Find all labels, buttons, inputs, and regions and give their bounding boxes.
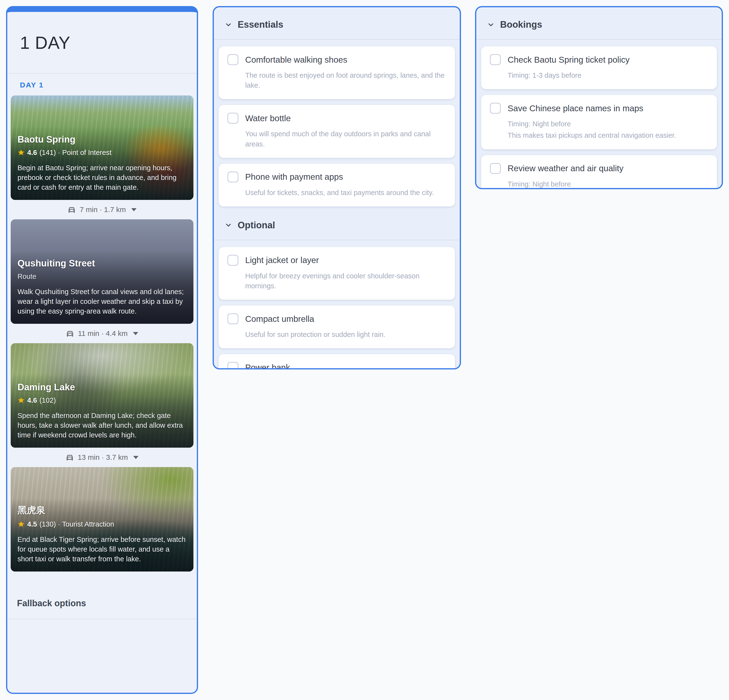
- section-header-bookings[interactable]: Bookings: [476, 7, 722, 39]
- transit-row[interactable]: 11 min · 4.4 km: [11, 324, 193, 343]
- caret-down-icon: [133, 332, 138, 335]
- booking-timing: Timing: Night before: [508, 179, 708, 189]
- booking-item-title: Check Baotu Spring ticket policy: [508, 55, 630, 65]
- rating-meta: (130) · Tourist Attraction: [39, 520, 114, 528]
- stop-description: Walk Qushuiting Street for canal views a…: [17, 287, 187, 316]
- booking-timing: Timing: 1-3 days before: [508, 70, 708, 80]
- rating-meta: (141) · Point of Interest: [39, 149, 112, 157]
- section-title: Bookings: [500, 19, 542, 30]
- stop-name: 黑虎泉: [17, 504, 187, 516]
- transit-row[interactable]: 13 min · 3.7 km: [11, 448, 193, 467]
- bookings-panel: Bookings Check Baotu Spring ticket polic…: [475, 6, 723, 189]
- car-icon: [65, 453, 74, 461]
- rating-meta: (102): [39, 396, 56, 404]
- checkbox[interactable]: [228, 113, 238, 124]
- checklist-item-title: Water bottle: [245, 113, 290, 123]
- checklist-item-description: You will spend much of the day outdoors …: [245, 129, 446, 149]
- car-icon: [68, 206, 76, 214]
- stop-overlay: 黑虎泉 4.5 (130) · Tourist Attraction End a…: [11, 467, 193, 571]
- checklist-item-title: Compact umbrella: [245, 314, 314, 324]
- checkbox[interactable]: [490, 103, 501, 114]
- transit-text: 11 min · 4.4 km: [78, 329, 128, 338]
- essentials-list: Comfortable walking shoes The route is b…: [214, 39, 460, 213]
- stop-overlay: Qushuiting Street Route Walk Qushuiting …: [11, 219, 193, 324]
- checklist-item-title: Light jacket or layer: [245, 255, 319, 265]
- checklist-item-title: Phone with payment apps: [245, 172, 343, 182]
- stop-subtitle: Route: [17, 272, 187, 281]
- checkbox[interactable]: [228, 54, 238, 65]
- stop-card-black-tiger-spring[interactable]: 黑虎泉 4.5 (130) · Tourist Attraction End a…: [11, 467, 193, 571]
- caret-down-icon: [131, 208, 137, 211]
- checklist-item: Light jacket or layer Helpful for breezy…: [219, 247, 455, 300]
- checkbox[interactable]: [490, 163, 501, 174]
- checklist-item-title: Comfortable walking shoes: [245, 55, 347, 65]
- divider: [7, 619, 197, 619]
- booking-item-title: Save Chinese place names in maps: [508, 103, 643, 113]
- stop-card-baotu-spring[interactable]: Baotu Spring 4.6 (141) · Point of Intere…: [11, 96, 193, 200]
- booking-item-title: Review weather and air quality: [508, 164, 623, 173]
- fallback-options-heading: Fallback options: [7, 598, 197, 619]
- stop-card-daming-lake[interactable]: Daming Lake 4.6 (102) Spend the afternoo…: [11, 343, 193, 448]
- stop-rating-row: 4.5 (130) · Tourist Attraction: [17, 520, 187, 528]
- itinerary-panel: 1 DAY DAY 1 Baotu Spring 4.6 (141) · Poi…: [6, 6, 198, 694]
- section-header-essentials[interactable]: Essentials: [214, 7, 460, 39]
- transit-text: 13 min · 3.7 km: [78, 453, 128, 461]
- checkbox[interactable]: [228, 171, 238, 183]
- stop-card-qushuiting-street[interactable]: Qushuiting Street Route Walk Qushuiting …: [11, 219, 193, 324]
- section-header-optional[interactable]: Optional: [214, 213, 460, 240]
- rating-value: 4.6: [27, 149, 37, 157]
- booking-item: Review weather and air quality Timing: N…: [481, 155, 717, 189]
- star-icon: [17, 149, 25, 156]
- stop-rating-row: 4.6 (102): [17, 396, 187, 404]
- stop-description: End at Black Tiger Spring; arrive before…: [17, 535, 187, 564]
- checklist-item: Power bank Navigation, photos, and payme…: [219, 354, 455, 370]
- checklist-panel: Essentials Comfortable walking shoes The…: [213, 6, 461, 370]
- car-icon: [66, 329, 74, 338]
- bookings-list: Check Baotu Spring ticket policy Timing:…: [476, 39, 722, 189]
- star-icon: [17, 397, 25, 404]
- stop-overlay: Daming Lake 4.6 (102) Spend the afternoo…: [11, 343, 193, 448]
- stop-description: Begin at Baotu Spring; arrive near openi…: [17, 163, 187, 192]
- star-icon: [17, 520, 25, 528]
- checklist-item: Water bottle You will spend much of the …: [219, 105, 455, 158]
- section-title: Optional: [238, 220, 275, 230]
- checkbox[interactable]: [228, 255, 238, 266]
- chevron-down-icon: [487, 21, 495, 29]
- checklist-item-description: Useful for tickets, snacks, and taxi pay…: [245, 188, 446, 198]
- chevron-down-icon: [225, 221, 232, 229]
- booking-timing: Timing: Night before: [508, 119, 708, 129]
- transit-row[interactable]: 7 min · 1.7 km: [11, 200, 193, 219]
- rating-value: 4.6: [27, 396, 37, 404]
- stop-name: Qushuiting Street: [17, 258, 187, 269]
- stop-name: Daming Lake: [17, 382, 187, 393]
- stop-list: Baotu Spring 4.6 (141) · Point of Intere…: [7, 96, 197, 571]
- stop-rating-row: 4.6 (141) · Point of Interest: [17, 149, 187, 157]
- stop-overlay: Baotu Spring 4.6 (141) · Point of Intere…: [11, 96, 193, 200]
- caret-down-icon: [133, 456, 138, 459]
- checklist-item-description: Useful for sun protection or sudden ligh…: [245, 330, 446, 339]
- checkbox[interactable]: [228, 362, 238, 370]
- checklist-item-description: The route is best enjoyed on foot around…: [245, 70, 446, 90]
- transit-text: 7 min · 1.7 km: [80, 206, 126, 214]
- stop-description: Spend the afternoon at Daming Lake; chec…: [17, 411, 187, 440]
- checklist-item-description: Helpful for breezy evenings and cooler s…: [245, 271, 446, 291]
- itinerary-title: 1 DAY: [7, 12, 197, 73]
- section-title: Essentials: [238, 19, 283, 30]
- checkbox[interactable]: [228, 313, 238, 324]
- booking-item: Save Chinese place names in maps Timing:…: [481, 95, 717, 149]
- booking-note: This makes taxi pickups and central navi…: [508, 130, 708, 141]
- booking-item: Check Baotu Spring ticket policy Timing:…: [481, 46, 717, 89]
- checklist-item: Compact umbrella Useful for sun protecti…: [219, 306, 455, 348]
- checklist-item: Comfortable walking shoes The route is b…: [219, 46, 455, 99]
- optional-list: Light jacket or layer Helpful for breezy…: [214, 240, 460, 370]
- checkbox[interactable]: [490, 54, 501, 65]
- rating-value: 4.5: [27, 520, 37, 528]
- checklist-item-title: Power bank: [245, 362, 290, 370]
- chevron-down-icon: [225, 21, 232, 29]
- day-label: DAY 1: [7, 74, 197, 96]
- checklist-item: Phone with payment apps Useful for ticke…: [219, 164, 455, 206]
- stop-name: Baotu Spring: [17, 134, 187, 145]
